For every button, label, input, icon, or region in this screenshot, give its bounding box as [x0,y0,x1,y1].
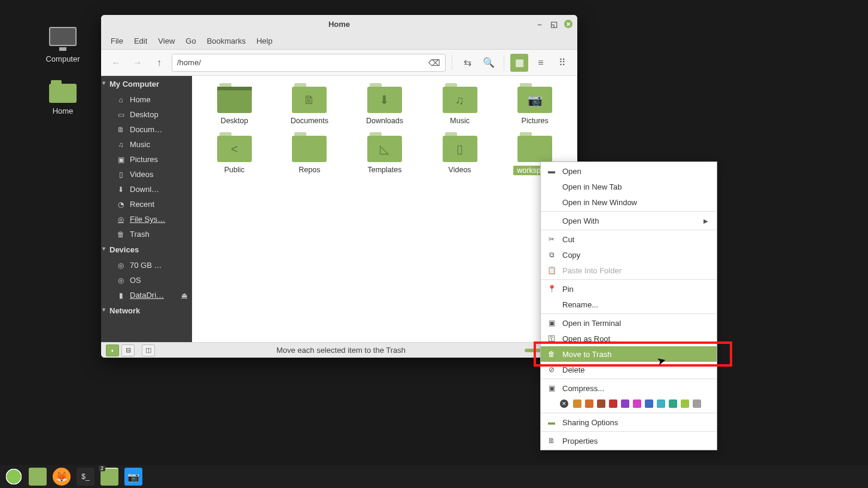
terminal-icon: ▣ [547,319,556,327]
folder-item-music[interactable]: ♫Music [424,87,497,125]
content-pane[interactable]: Desktop🗎Documents⬇Downloads♫Music📷Pictur… [192,76,577,342]
search-button[interactable]: 🔍 [480,54,498,72]
taskbar-screenshot[interactable]: 📷 [124,468,142,486]
folder-item-templates[interactable]: ◺Templates [348,136,421,175]
toggle-location-button[interactable]: ⇆ [458,54,476,72]
color-swatch[interactable] [645,399,653,408]
color-remove[interactable]: ✕ [560,399,568,408]
close-button[interactable]: ✕ [564,20,572,28]
pin-icon: 📍 [547,285,556,293]
ctx-delete[interactable]: ⊘Delete [541,362,717,377]
sidebar-item-trash[interactable]: 🗑Trash [101,227,192,242]
folder-label: Desktop [221,117,248,125]
ctx-properties[interactable]: 🗎Properties [541,433,717,449]
sidebar-item-music[interactable]: ♫Music [101,137,192,152]
tree-toggle[interactable]: ⊟ [121,344,135,356]
back-button[interactable]: ← [107,54,125,72]
color-swatch[interactable] [657,399,665,408]
sidebar-item-volume-os[interactable]: ◎OS [101,273,192,288]
folder-label: Music [450,117,470,125]
places-toggle[interactable]: ▪ [106,344,119,356]
usb-icon: ▮ [117,291,125,300]
desktop-icon-computer[interactable]: Computer [39,27,87,63]
folder-item-repos[interactable]: Repos [273,136,346,175]
color-swatch[interactable] [597,399,605,408]
icon-view-button[interactable]: ▦ [510,54,528,72]
sidebar-item-recent[interactable]: ◔Recent [101,197,192,212]
color-swatch[interactable] [585,399,593,408]
desktop-icon-home[interactable]: Home [39,84,87,115]
ctx-sharing[interactable]: ▬Sharing Options [541,414,717,430]
taskbar-terminal[interactable]: $_ [77,468,95,486]
ctx-cut[interactable]: ✂Cut [541,231,717,247]
color-swatch[interactable] [573,399,581,408]
menu-help[interactable]: Help [252,35,278,47]
folder-item-desktop[interactable]: Desktop [198,87,271,125]
maximize-button[interactable]: ◱ [550,20,558,28]
ctx-open-window[interactable]: Open in New Window [541,194,717,210]
ctx-copy[interactable]: ⧉Copy [541,247,717,263]
up-button[interactable]: ↑ [150,54,168,72]
path-input[interactable]: /home/ ⌫ [172,54,446,72]
ctx-open-root[interactable]: ⚿Open as Root [541,331,717,346]
color-swatch[interactable] [669,399,677,408]
folder-item-downloads[interactable]: ⬇Downloads [348,87,421,125]
menu-bookmarks[interactable]: Bookmarks [202,35,251,47]
menu-file[interactable]: File [106,35,128,47]
disk-icon: ◎ [117,276,125,285]
sidebar-item-home[interactable]: ⌂Home [101,92,192,107]
ctx-pin[interactable]: 📍Pin [541,281,717,297]
ctx-open-with[interactable]: Open With▶ [541,213,717,228]
sidebar-item-pictures[interactable]: ▣Pictures [101,152,192,167]
folder-label: Downloads [366,117,403,125]
folder-item-pictures[interactable]: 📷Pictures [498,87,571,125]
sidebar-section-devices[interactable]: Devices [101,242,192,258]
ctx-color-swatches: ✕ [541,396,717,411]
taskbar-files-running[interactable]: 2 [100,468,118,486]
start-menu-button[interactable] [5,468,23,486]
color-swatch[interactable] [621,399,629,408]
ctx-compress[interactable]: ▣Compress... [541,380,717,396]
minimize-button[interactable]: – [535,20,544,28]
folder-icon [217,87,252,113]
sidebar-item-volume-70gb[interactable]: ◎70 GB … [101,258,192,273]
folder-item-public[interactable]: <Public [198,136,271,175]
color-swatch[interactable] [681,399,689,408]
ctx-open[interactable]: ▬Open [541,163,717,179]
ctx-open-tab[interactable]: Open in New Tab [541,179,717,194]
sidebar-item-videos[interactable]: ▯Videos [101,167,192,182]
sidebar-item-volume-datadrive[interactable]: ▮DataDri…⏏ [101,288,192,303]
menu-go[interactable]: Go [181,35,200,47]
eject-icon[interactable]: ⏏ [181,291,187,299]
list-view-button[interactable]: ≡ [532,54,550,72]
sidebar-section-mycomputer[interactable]: My Computer [101,76,192,92]
folder-item-videos[interactable]: ▯Videos [424,136,497,175]
cut-icon: ✂ [547,235,556,243]
clear-path-icon[interactable]: ⌫ [428,58,440,68]
color-swatch[interactable] [633,399,641,408]
forward-button[interactable]: → [129,54,147,72]
sidebar-item-desktop[interactable]: ▭Desktop [101,107,192,122]
menu-edit[interactable]: Edit [129,35,152,47]
ctx-open-terminal[interactable]: ▣Open in Terminal [541,315,717,331]
desktop-label: Computer [39,54,87,63]
color-swatch[interactable] [609,399,617,408]
sidebar-item-filesystem[interactable]: ◎File Sys… [101,212,192,227]
ctx-move-to-trash[interactable]: 🗑Move to Trash [541,346,717,362]
path-text: /home/ [177,58,201,67]
menu-view[interactable]: View [153,35,179,47]
sidebar-item-documents[interactable]: 🗎Docum… [101,122,192,137]
ctx-rename[interactable]: Rename... [541,297,717,312]
sidebar-toggle[interactable]: ◫ [142,344,155,356]
compact-view-button[interactable]: ⠿ [553,54,571,72]
titlebar[interactable]: Home – ◱ ✕ [101,15,577,33]
sidebar-section-network[interactable]: Network [101,303,192,319]
videos-icon: ▯ [117,170,125,179]
taskbar-firefox[interactable]: 🦊 [53,468,71,486]
taskbar-show-desktop[interactable] [29,468,47,486]
folder-item-documents[interactable]: 🗎Documents [273,87,346,125]
color-swatch[interactable] [693,399,701,408]
music-icon: ♫ [117,141,125,149]
sidebar-item-downloads[interactable]: ⬇Downl… [101,182,192,197]
folder-icon [49,84,77,103]
